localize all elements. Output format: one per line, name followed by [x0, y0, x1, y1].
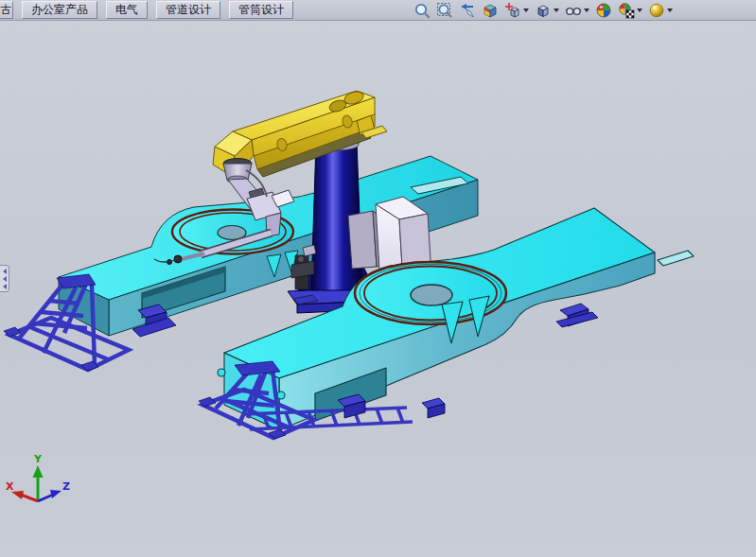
command-toolbar: 古 办公室产品 电气 管道设计 管筒设计: [0, 0, 756, 21]
edit-appearance-icon: [595, 2, 612, 19]
hide-show-items-button[interactable]: [565, 1, 589, 20]
display-style-icon: [535, 2, 552, 19]
dropdown-arrow: [584, 9, 589, 12]
display-style-button[interactable]: [535, 1, 559, 20]
zoom-to-area-button[interactable]: [436, 1, 453, 20]
apply-scene-button[interactable]: [618, 1, 642, 20]
previous-view-icon: [459, 2, 476, 19]
checker-flag: [626, 10, 634, 18]
dropdown-arrow: [554, 9, 559, 12]
view-orientation-icon: [504, 2, 521, 19]
chevron-left-icon: [3, 269, 7, 274]
solidworks-window: 古 办公室产品 电气 管道设计 管筒设计: [0, 0, 756, 557]
zoom-to-fit-button[interactable]: [413, 1, 431, 20]
view-settings-icon: [648, 2, 665, 19]
right-end-bracket[interactable]: [556, 304, 598, 327]
dropdown-arrow: [667, 9, 673, 12]
zoom-to-fit-icon: [413, 2, 431, 19]
section-view-icon: [482, 2, 499, 19]
lifting-lug: [218, 369, 225, 376]
collapsed-panel-toggle[interactable]: [0, 265, 9, 292]
view-settings-button[interactable]: [648, 1, 673, 20]
tab-piping-design[interactable]: 管道设计: [156, 1, 220, 19]
model-scene: Y X Z: [0, 21, 756, 557]
chevron-left-icon: [3, 276, 7, 282]
right-beam-bracket[interactable]: [338, 394, 445, 418]
command-tabs: 古 办公室产品 电气 管道设计 管筒设计: [0, 1, 293, 20]
graphics-viewport[interactable]: Y X Z: [0, 21, 756, 557]
tab-tubing-design[interactable]: 管筒设计: [229, 1, 293, 19]
triad-x-label: X: [6, 480, 14, 493]
view-orientation-button[interactable]: [504, 1, 529, 20]
right-beam-end-plate: [658, 251, 694, 266]
chevron-left-icon: [3, 284, 7, 289]
orientation-triad: Y X Z: [6, 453, 70, 501]
zoom-to-area-icon: [436, 2, 453, 19]
triad-y-label: Y: [33, 453, 43, 465]
dropdown-arrow: [637, 9, 642, 12]
edit-appearance-button[interactable]: [595, 1, 612, 20]
tab-office-products[interactable]: 办公室产品: [22, 1, 97, 19]
dropdown-arrow: [523, 9, 529, 12]
previous-view-button[interactable]: [459, 1, 476, 20]
tab-electrical[interactable]: 电气: [106, 1, 148, 19]
section-view-button[interactable]: [482, 1, 499, 20]
hide-show-items-icon: [565, 2, 582, 19]
lifting-lug: [277, 392, 285, 399]
right-ring-center-hole: [411, 285, 452, 305]
apply-scene-icon: [618, 2, 635, 19]
triad-z-label: Z: [62, 480, 70, 493]
tab-clipped[interactable]: 古: [0, 1, 13, 19]
headsup-view-toolbar: [413, 1, 673, 20]
